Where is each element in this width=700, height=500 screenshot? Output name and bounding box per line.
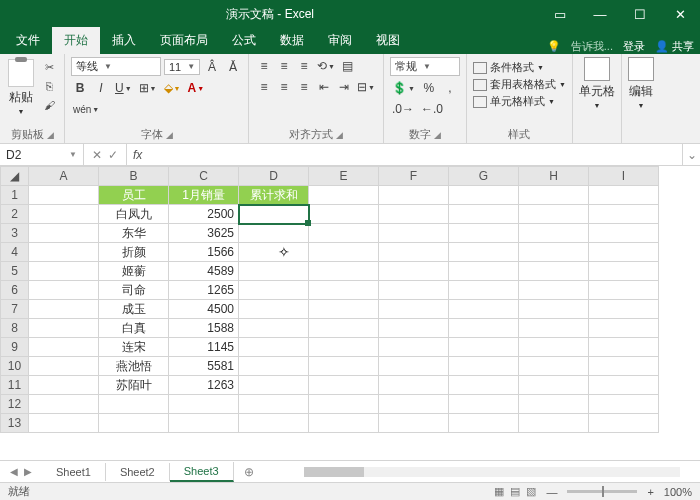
align-right-button[interactable]: ≡ xyxy=(295,78,313,96)
close-icon[interactable]: ✕ xyxy=(660,0,700,28)
ribbon-options-icon[interactable]: ▭ xyxy=(540,0,580,28)
copy-button[interactable]: ⎘ xyxy=(40,78,58,94)
dialog-launcher-icon[interactable]: ◢ xyxy=(434,130,441,140)
col-header[interactable]: E xyxy=(309,167,379,186)
new-sheet-button[interactable]: ⊕ xyxy=(234,465,264,479)
share-button[interactable]: 👤 共享 xyxy=(655,39,694,54)
font-color-button[interactable]: A▼ xyxy=(185,79,206,97)
page-break-view-icon[interactable]: ▧ xyxy=(526,485,536,498)
row-header[interactable]: 13 xyxy=(1,414,29,433)
cells-button[interactable]: 单元格 ▼ xyxy=(579,57,615,109)
tab-layout[interactable]: 页面布局 xyxy=(148,27,220,54)
row-header[interactable]: 5 xyxy=(1,262,29,281)
number-format-select[interactable]: 常规▼ xyxy=(390,57,460,76)
row-header[interactable]: 6 xyxy=(1,281,29,300)
decrease-decimal-button[interactable]: ←.0 xyxy=(419,100,445,118)
col-header[interactable]: G xyxy=(449,167,519,186)
increase-decimal-button[interactable]: .0→ xyxy=(390,100,416,118)
formula-input[interactable] xyxy=(148,144,682,165)
row-header[interactable]: 1 xyxy=(1,186,29,205)
align-middle-button[interactable]: ≡ xyxy=(275,57,293,75)
align-center-button[interactable]: ≡ xyxy=(275,78,293,96)
tab-review[interactable]: 审阅 xyxy=(316,27,364,54)
minimize-icon[interactable]: ― xyxy=(580,0,620,28)
col-header[interactable]: F xyxy=(379,167,449,186)
horizontal-scrollbar[interactable] xyxy=(304,467,680,477)
row-header[interactable]: 3 xyxy=(1,224,29,243)
editing-button[interactable]: 编辑 ▼ xyxy=(628,57,654,109)
col-header[interactable]: I xyxy=(589,167,659,186)
maximize-icon[interactable]: ☐ xyxy=(620,0,660,28)
enter-formula-icon[interactable]: ✓ xyxy=(108,148,118,162)
row-header[interactable]: 4 xyxy=(1,243,29,262)
sheet-nav-prev-icon[interactable]: ◀ xyxy=(10,466,18,477)
row-header[interactable]: 2 xyxy=(1,205,29,224)
dialog-launcher-icon[interactable]: ◢ xyxy=(166,130,173,140)
decrease-indent-button[interactable]: ⇤ xyxy=(315,78,333,96)
normal-view-icon[interactable]: ▦ xyxy=(494,485,504,498)
active-cell[interactable] xyxy=(239,205,309,224)
format-painter-button[interactable]: 🖌 xyxy=(40,97,58,113)
name-box[interactable]: D2▼ xyxy=(0,144,84,165)
font-size-select[interactable]: 11▼ xyxy=(164,59,200,75)
sheet-tab[interactable]: Sheet1 xyxy=(42,463,106,481)
row-header[interactable]: 7 xyxy=(1,300,29,319)
row-header[interactable]: 8 xyxy=(1,319,29,338)
worksheet-grid[interactable]: ◢ A B C D E F G H I 1员工1月销量累计求和 2白凤九2500… xyxy=(0,166,700,433)
page-layout-view-icon[interactable]: ▤ xyxy=(510,485,520,498)
underline-button[interactable]: U▼ xyxy=(113,79,134,97)
tab-formulas[interactable]: 公式 xyxy=(220,27,268,54)
sign-in-link[interactable]: 登录 xyxy=(623,39,645,54)
align-left-button[interactable]: ≡ xyxy=(255,78,273,96)
tab-home[interactable]: 开始 xyxy=(52,27,100,54)
table-format-button[interactable]: 套用表格格式 ▼ xyxy=(473,77,566,92)
zoom-in-button[interactable]: + xyxy=(647,486,653,498)
col-header[interactable]: H xyxy=(519,167,589,186)
row-header[interactable]: 12 xyxy=(1,395,29,414)
paste-button[interactable]: 粘贴 ▼ xyxy=(6,57,36,117)
comma-button[interactable]: , xyxy=(441,79,459,97)
sheet-tab[interactable]: Sheet3 xyxy=(170,462,234,482)
row-header[interactable]: 10 xyxy=(1,357,29,376)
col-header[interactable]: D xyxy=(239,167,309,186)
wrap-text-button[interactable]: ▤ xyxy=(339,57,357,75)
decrease-font-button[interactable]: Ǎ xyxy=(224,58,242,76)
orientation-button[interactable]: ⟲▼ xyxy=(315,57,337,75)
italic-button[interactable]: I xyxy=(92,79,110,97)
border-button[interactable]: ⊞▼ xyxy=(137,79,159,97)
zoom-out-button[interactable]: ― xyxy=(546,486,557,498)
fx-icon[interactable]: fx xyxy=(127,144,148,165)
cut-button[interactable]: ✂ xyxy=(40,59,58,75)
dialog-launcher-icon[interactable]: ◢ xyxy=(47,130,54,140)
align-top-button[interactable]: ≡ xyxy=(255,57,273,75)
increase-font-button[interactable]: Â xyxy=(203,58,221,76)
font-name-select[interactable]: 等线▼ xyxy=(71,57,161,76)
expand-formula-bar-icon[interactable]: ⌄ xyxy=(682,144,700,165)
sheet-tab[interactable]: Sheet2 xyxy=(106,463,170,481)
percent-button[interactable]: % xyxy=(420,79,438,97)
cell-styles-button[interactable]: 单元格样式 ▼ xyxy=(473,94,566,109)
fill-color-button[interactable]: ⬙▼ xyxy=(162,79,183,97)
col-header[interactable]: B xyxy=(99,167,169,186)
increase-indent-button[interactable]: ⇥ xyxy=(335,78,353,96)
col-header[interactable]: A xyxy=(29,167,99,186)
select-all-corner[interactable]: ◢ xyxy=(1,167,29,186)
zoom-level[interactable]: 100% xyxy=(664,486,692,498)
zoom-slider[interactable] xyxy=(567,490,637,493)
tell-me-input[interactable]: 告诉我... xyxy=(571,39,613,54)
tab-data[interactable]: 数据 xyxy=(268,27,316,54)
align-bottom-button[interactable]: ≡ xyxy=(295,57,313,75)
tab-view[interactable]: 视图 xyxy=(364,27,412,54)
tab-insert[interactable]: 插入 xyxy=(100,27,148,54)
cancel-formula-icon[interactable]: ✕ xyxy=(92,148,102,162)
tab-file[interactable]: 文件 xyxy=(4,27,52,54)
col-header[interactable]: C xyxy=(169,167,239,186)
row-header[interactable]: 9 xyxy=(1,338,29,357)
phonetic-button[interactable]: wén▼ xyxy=(71,100,101,118)
merge-button[interactable]: ⊟▼ xyxy=(355,78,377,96)
row-header[interactable]: 11 xyxy=(1,376,29,395)
dialog-launcher-icon[interactable]: ◢ xyxy=(336,130,343,140)
bold-button[interactable]: B xyxy=(71,79,89,97)
sheet-nav-next-icon[interactable]: ▶ xyxy=(24,466,32,477)
accounting-format-button[interactable]: 💲▼ xyxy=(390,79,417,97)
